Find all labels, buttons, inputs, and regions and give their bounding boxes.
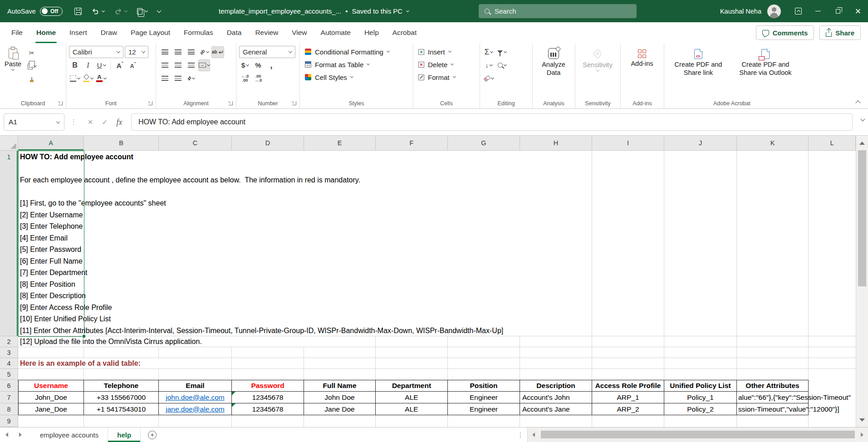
clipboard-dialog-launcher[interactable] bbox=[59, 101, 63, 105]
format-as-table-button[interactable]: Format as Table bbox=[303, 58, 372, 71]
format-cells-button[interactable]: Format bbox=[416, 71, 458, 83]
underline-button[interactable]: U bbox=[95, 59, 107, 71]
borders-button[interactable] bbox=[69, 73, 81, 84]
merge-dropdown-icon[interactable] bbox=[207, 63, 210, 66]
cell-F6[interactable]: Department bbox=[376, 380, 448, 392]
cell-D8[interactable]: 12345678 bbox=[232, 403, 304, 415]
cell-A7[interactable]: John_Doe bbox=[18, 392, 84, 403]
vertical-scroll-thumb[interactable] bbox=[858, 150, 866, 286]
tab-splitter[interactable]: ⋮ bbox=[517, 431, 524, 438]
italic-button[interactable]: I bbox=[82, 59, 94, 71]
column-header-F[interactable]: F bbox=[376, 136, 448, 151]
column-header-K[interactable]: K bbox=[737, 136, 809, 151]
cell-K6[interactable]: Other Attributes bbox=[737, 380, 809, 392]
cell-K8[interactable]: ssion-Timeout","value":"12000"}] bbox=[737, 403, 809, 415]
email-link[interactable]: john.doe@ale.com bbox=[166, 393, 224, 402]
font-dialog-launcher[interactable] bbox=[148, 101, 152, 105]
collapse-ribbon-button[interactable] bbox=[853, 97, 863, 105]
scroll-right-arrow[interactable] bbox=[856, 427, 868, 442]
find-dropdown-icon[interactable] bbox=[503, 63, 506, 66]
saved-status[interactable]: Saved to this PC bbox=[352, 7, 402, 15]
cell-C8[interactable]: jane.doe@ale.com bbox=[159, 403, 232, 415]
cell-H7[interactable]: Account's John bbox=[520, 392, 592, 403]
cell-I8[interactable]: ARP_2 bbox=[592, 403, 664, 415]
horizontal-scroll-thumb[interactable] bbox=[541, 431, 855, 438]
redo-dropdown-icon[interactable] bbox=[124, 9, 128, 12]
confirm-entry-button[interactable]: ✓ bbox=[98, 115, 112, 129]
text-direction-button[interactable]: ⇄ bbox=[185, 73, 197, 84]
cell-A6[interactable]: Username bbox=[18, 380, 84, 392]
ribbon-tab-file[interactable]: File bbox=[5, 22, 29, 43]
font-name-select[interactable]: Calibri bbox=[69, 46, 123, 58]
undo-button[interactable] bbox=[92, 8, 104, 15]
ribbon-tab-automate[interactable]: Automate bbox=[314, 22, 358, 43]
cell-I6[interactable]: Access Role Profile bbox=[592, 380, 664, 392]
cell-A1[interactable]: HOW TO: Add employee account For each em… bbox=[20, 151, 503, 336]
number-dialog-launcher[interactable] bbox=[292, 101, 296, 105]
ribbon-tab-home[interactable]: Home bbox=[29, 22, 63, 43]
analyze-data-button[interactable]: Analyze Data bbox=[535, 45, 572, 96]
cancel-entry-button[interactable]: × bbox=[83, 115, 98, 129]
comma-style-button[interactable]: , bbox=[265, 59, 277, 71]
name-box-dropdown-icon[interactable] bbox=[56, 119, 60, 123]
increase-indent-button[interactable] bbox=[172, 73, 184, 84]
format-painter-button[interactable] bbox=[26, 74, 38, 86]
currency-dropdown-icon[interactable] bbox=[246, 63, 249, 66]
cut-button[interactable]: ✂ bbox=[26, 47, 38, 59]
accounting-format-button[interactable]: $ bbox=[239, 59, 251, 71]
ribbon-tab-draw[interactable]: Draw bbox=[94, 22, 124, 43]
sheet-tab-help[interactable]: help bbox=[108, 427, 141, 442]
undo-dropdown-icon[interactable] bbox=[102, 9, 105, 12]
horizontal-scroll-track[interactable] bbox=[539, 427, 856, 442]
row-header-8[interactable]: 8 bbox=[0, 403, 18, 415]
decrease-indent-button[interactable] bbox=[159, 73, 171, 84]
number-format-select[interactable]: General bbox=[239, 46, 295, 58]
sort-filter-button[interactable] bbox=[496, 46, 508, 58]
scroll-up-arrow[interactable] bbox=[856, 137, 868, 149]
new-sheet-button[interactable]: + bbox=[148, 431, 157, 439]
autosum-dropdown-icon[interactable] bbox=[490, 49, 493, 53]
row-header-2[interactable]: 2 bbox=[0, 336, 18, 347]
copy-dropdown-icon[interactable] bbox=[145, 9, 148, 12]
cell-A8[interactable]: Jane_Doe bbox=[18, 403, 84, 415]
bottom-align-button[interactable] bbox=[185, 46, 197, 58]
formula-input[interactable]: HOW TO: Add employee account bbox=[131, 113, 853, 131]
redo-button[interactable] bbox=[114, 8, 127, 15]
cell-A4[interactable]: Here is an example of a valid table: bbox=[20, 358, 141, 368]
cell-F7[interactable]: ALE bbox=[376, 392, 448, 403]
cell-J7[interactable]: Policy_1 bbox=[664, 392, 737, 403]
cell-B8[interactable]: +1 5417543010 bbox=[84, 403, 159, 415]
text-direction-dropdown-icon[interactable] bbox=[192, 76, 195, 79]
cell-E6[interactable]: Full Name bbox=[304, 380, 376, 392]
ribbon-tab-data[interactable]: Data bbox=[220, 22, 249, 43]
ribbon-tab-acrobat[interactable]: Acrobat bbox=[386, 22, 423, 43]
column-header-J[interactable]: J bbox=[664, 136, 737, 151]
column-header-B[interactable]: B bbox=[84, 136, 159, 151]
share-button[interactable]: Share bbox=[819, 25, 861, 40]
search-input[interactable]: Search bbox=[479, 4, 637, 18]
row-header-9[interactable]: 9 bbox=[0, 415, 18, 427]
ribbon-display-options-button[interactable] bbox=[788, 0, 808, 22]
autosave-toggle[interactable]: Off bbox=[40, 7, 63, 16]
ribbon-tab-help[interactable]: Help bbox=[358, 22, 386, 43]
autosave-control[interactable]: AutoSave Off bbox=[7, 7, 63, 16]
autosum-button[interactable]: Σ bbox=[483, 46, 495, 58]
cell-E8[interactable]: Jane Doe bbox=[304, 403, 376, 415]
avatar[interactable] bbox=[767, 5, 781, 18]
column-header-I[interactable]: I bbox=[592, 136, 664, 151]
font-size-select[interactable]: 12 bbox=[125, 46, 148, 58]
font-color-button[interactable]: A bbox=[95, 73, 107, 84]
cell-H6[interactable]: Description bbox=[520, 380, 592, 392]
delete-cells-button[interactable]: × Delete bbox=[416, 58, 456, 71]
cell-D7[interactable]: 12345678 bbox=[232, 392, 304, 403]
find-select-button[interactable] bbox=[496, 59, 508, 71]
clear-button[interactable] bbox=[483, 73, 495, 84]
column-header-H[interactable]: H bbox=[520, 136, 592, 151]
percent-style-button[interactable]: % bbox=[252, 59, 264, 71]
wrap-text-button[interactable]: ab↵ bbox=[211, 46, 224, 58]
ribbon-tab-formulas[interactable]: Formulas bbox=[177, 22, 220, 43]
saved-status-dropdown-icon[interactable] bbox=[406, 9, 409, 12]
select-all-corner[interactable] bbox=[0, 136, 18, 151]
align-right-button[interactable] bbox=[185, 59, 197, 71]
save-button[interactable] bbox=[74, 8, 82, 15]
